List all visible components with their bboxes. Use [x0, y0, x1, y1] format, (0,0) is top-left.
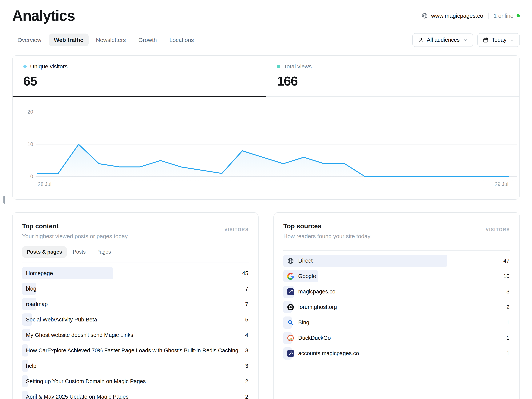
web-traffic-card: Unique visitors65Total views166 20 10 0 …: [12, 55, 520, 200]
top-sources-card: Top sources How readers found your site …: [273, 212, 520, 399]
site-domain[interactable]: www.magicpages.co: [431, 13, 483, 19]
x-axis-label-start: 28 Jul: [38, 181, 51, 187]
bing-search-icon: [287, 319, 294, 326]
row-visitors: 2: [245, 394, 249, 399]
y-axis-tick: 10: [13, 142, 33, 147]
legend-dot: [23, 65, 27, 68]
online-status-dot: [517, 14, 520, 17]
x-axis-label-end: 29 Jul: [495, 181, 508, 187]
divider: [22, 263, 249, 263]
stat-label-text: Total views: [284, 63, 312, 70]
list-item-accounts-magicpages-co[interactable]: accounts.magicpages.co1: [283, 347, 510, 360]
chevron-down-icon: [463, 38, 468, 43]
person-icon: [418, 37, 424, 43]
list-item-social-web-activity-pub-beta[interactable]: Social Web/Activity Pub Beta5: [22, 313, 249, 326]
tab-web-traffic[interactable]: Web traffic: [49, 33, 89, 46]
row-visitors: 10: [503, 273, 510, 279]
date-filter-label: Today: [492, 37, 507, 43]
tab-newsletters[interactable]: Newsletters: [91, 33, 131, 46]
audience-filter-label: All audiences: [427, 37, 460, 43]
row-label: roadmap: [22, 301, 245, 307]
calendar-icon: [483, 37, 489, 43]
row-label: help: [22, 363, 245, 369]
tab-overview[interactable]: Overview: [12, 33, 47, 46]
y-axis-tick: 20: [13, 109, 33, 114]
row-visitors: 1: [507, 350, 510, 356]
magicpages-favicon: [287, 288, 294, 295]
row-visitors: 3: [245, 363, 249, 369]
divider: [488, 13, 488, 19]
row-visitors: 1: [507, 319, 510, 326]
stat-tab-total-views[interactable]: Total views166: [266, 56, 519, 96]
list-item-magicpages-co[interactable]: magicpages.co3: [283, 286, 510, 298]
duckduckgo-favicon: [287, 335, 294, 342]
row-visitors: 1: [507, 335, 510, 341]
row-label: Google: [283, 273, 503, 280]
row-label: Social Web/Activity Pub Beta: [22, 317, 245, 323]
content-tab-pages[interactable]: Pages: [92, 246, 116, 258]
content-tab-posts[interactable]: Posts: [68, 246, 90, 258]
magicpages-favicon: [287, 350, 294, 357]
row-label: Homepage: [22, 270, 242, 277]
scrollbar-thumb[interactable]: [3, 196, 5, 204]
row-visitors: 47: [503, 258, 510, 264]
audience-filter-button[interactable]: All audiences: [412, 33, 473, 47]
date-filter-button[interactable]: Today: [477, 33, 520, 47]
row-label: Setting up Your Custom Domain on Magic P…: [22, 378, 245, 385]
ghost-forum-favicon: [287, 304, 294, 310]
card-subtitle: How readers found your site today: [283, 233, 370, 240]
top-sources-header: Top sources How readers found your site …: [283, 222, 510, 240]
stat-label: Unique visitors: [23, 63, 255, 70]
stat-value: 166: [277, 74, 509, 89]
stat-tabs: Unique visitors65Total views166: [13, 56, 519, 97]
analytics-nav: OverviewWeb trafficNewslettersGrowthLoca…: [12, 33, 520, 47]
globe-icon: [287, 257, 294, 264]
tab-locations[interactable]: Locations: [164, 33, 199, 46]
card-title: Top content: [22, 222, 128, 230]
analytics-page: Analytics www.magicpages.co 1 online Ove…: [0, 0, 532, 399]
top-content-card: Top content Your highest viewed posts or…: [12, 212, 259, 399]
chevron-down-icon: [510, 38, 514, 43]
row-visitors: 4: [245, 332, 249, 338]
list-item-blog[interactable]: blog7: [22, 283, 249, 295]
list-item-duckduckgo[interactable]: DuckDuckGo1: [283, 332, 510, 344]
card-title: Top sources: [283, 222, 370, 230]
stat-value: 65: [23, 74, 255, 89]
row-label: My Ghost website doesn't send Magic Link…: [22, 332, 245, 338]
list-item-help[interactable]: help3: [22, 360, 249, 372]
list-item-how-carexplore-achieved-70-faster-page-loads-with-ghost-s-built-in-redis-caching[interactable]: How CarExplore Achieved 70% Faster Page …: [22, 344, 249, 356]
row-label: magicpages.co: [283, 288, 507, 295]
stat-label-text: Unique visitors: [30, 63, 68, 70]
list-item-setting-up-your-custom-domain-on-magic-pages[interactable]: Setting up Your Custom Domain on Magic P…: [22, 375, 249, 387]
row-visitors: 5: [245, 317, 249, 323]
google-icon: [287, 273, 294, 280]
list-item-my-ghost-website-doesn-t-send-magic-links[interactable]: My Ghost website doesn't send Magic Link…: [22, 329, 249, 341]
tab-growth[interactable]: Growth: [133, 33, 162, 46]
row-label: Direct: [283, 257, 503, 264]
top-content-header: Top content Your highest viewed posts or…: [22, 222, 249, 240]
row-label: April & May 2025 Update on Magic Pages: [22, 394, 245, 399]
globe-icon: [421, 13, 428, 19]
list-item-roadmap[interactable]: roadmap7: [22, 298, 249, 310]
list-item-forum-ghost-org[interactable]: forum.ghost.org2: [283, 301, 510, 313]
legend-dot: [277, 65, 280, 68]
stat-tab-unique-visitors[interactable]: Unique visitors65: [13, 56, 266, 96]
list-item-homepage[interactable]: Homepage45: [22, 267, 249, 279]
page-title: Analytics: [12, 8, 75, 24]
row-label: Bing: [283, 319, 507, 326]
row-label: forum.ghost.org: [283, 304, 507, 310]
top-bar: Analytics www.magicpages.co 1 online: [12, 0, 520, 24]
card-subtitle: Your highest viewed posts or pages today: [22, 233, 128, 240]
list-item-bing[interactable]: Bing1: [283, 317, 510, 329]
row-label: blog: [22, 286, 245, 292]
filters: All audiences Today: [412, 33, 520, 47]
row-visitors: 3: [245, 347, 249, 354]
list-item-google[interactable]: Google10: [283, 270, 510, 282]
row-label: How CarExplore Achieved 70% Faster Page …: [22, 347, 245, 354]
list-item-direct[interactable]: Direct47: [283, 255, 510, 267]
traffic-chart: 20 10 0 28 Jul 29 Jul: [13, 97, 519, 199]
top-content-list: Homepage45blog7roadmap7Social Web/Activi…: [22, 267, 249, 399]
list-item-april-may-2025-update-on-magic-pages[interactable]: April & May 2025 Update on Magic Pages2: [22, 391, 249, 399]
content-tab-posts-pages[interactable]: Posts & pages: [22, 246, 67, 258]
row-label: accounts.magicpages.co: [283, 350, 507, 357]
